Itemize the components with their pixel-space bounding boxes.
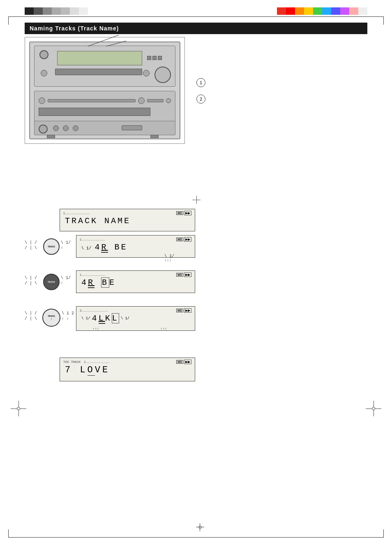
dev-foot-circles xyxy=(53,125,78,131)
display-1-top-row: 1............................... MD ▶▶ xyxy=(60,209,195,215)
display-4-cursor-indicator-right: \ 1/ xyxy=(121,316,130,321)
crosshair-v2 xyxy=(18,410,19,416)
display-4-track-knob: TRACK ↑ xyxy=(42,309,60,327)
bottom-right-margin xyxy=(383,529,384,538)
display-4-md-badge: MD xyxy=(176,309,183,312)
ctrl-slider xyxy=(48,99,136,102)
device-foot xyxy=(34,121,175,135)
ctrl-slider2 xyxy=(147,99,164,102)
display-3-left-arrows: \ | / / | \ xyxy=(25,275,37,286)
display-5-top-row: TOC TRACK 1.............................… xyxy=(60,358,195,364)
device-illustration-container xyxy=(25,37,185,144)
display-3-dot-line: 1.............................. xyxy=(80,273,176,276)
dev-foot-knob xyxy=(39,125,48,134)
device-controls-row xyxy=(39,95,171,106)
display-2-main-text: 4R BE xyxy=(95,242,127,253)
top-bar-left xyxy=(25,7,88,15)
display-5-md-badge: MD xyxy=(176,360,183,364)
display-4-knob-right: \ 1 2 ↑ ↑ xyxy=(62,311,74,322)
device-bottom-section xyxy=(34,91,175,124)
display-3-top-row: 1.............................. MD ▶▶ xyxy=(76,271,195,277)
display-2-top-row: 1.............................. MD ▶▶ xyxy=(76,235,195,242)
bottom-left-margin xyxy=(8,529,9,538)
display-4-main-row: \ 1/ 4LKL \ 1/ xyxy=(76,313,195,323)
display-3-main-text: 4R BE xyxy=(81,277,116,288)
left-crosshair xyxy=(11,401,26,416)
crosshair-h xyxy=(11,409,17,409)
device-buttons xyxy=(147,52,168,64)
display-2-main-text-wrap: \ 1/ 4R BE xyxy=(76,242,195,253)
bar-seg-1 xyxy=(25,7,34,15)
crosshair-h2 xyxy=(20,409,26,409)
annotation-circle-1: 1 xyxy=(196,78,205,87)
display-5-track-label: TRACK xyxy=(71,360,81,363)
display-2-md-badge: MD xyxy=(176,238,183,241)
bar-seg-r6 xyxy=(322,7,331,15)
display-5-toc-label: TOC xyxy=(63,360,69,363)
display-2-cassette: ▶▶ xyxy=(184,237,191,242)
display-3: 1.............................. MD ▶▶ 4R… xyxy=(76,270,195,293)
right-crosshair xyxy=(366,401,381,416)
ctrl-circle-1 xyxy=(39,97,45,104)
dev-small-knob2 xyxy=(143,70,150,76)
display-4-bottom-left-arrows: ↑↑↑ xyxy=(92,327,99,331)
display-1: 1............................... MD ▶▶ T… xyxy=(60,209,195,231)
bar-seg-r3 xyxy=(295,7,304,15)
annotation-circle-2: 2 xyxy=(196,95,205,104)
bar-seg-6 xyxy=(70,7,79,15)
display-2-dot-line: 1.............................. xyxy=(80,238,176,241)
dev-tape-slot xyxy=(55,69,142,75)
dev-dial xyxy=(154,67,171,83)
display-4-left-arrows: \ | / / | \ xyxy=(25,311,37,321)
dev-btn-2 xyxy=(152,56,157,60)
dev-btn-3 xyxy=(158,56,162,60)
display-3-cassette: ▶▶ xyxy=(184,272,191,277)
crosshair2-v xyxy=(374,401,374,407)
display-1-main-text: TRACK NAME xyxy=(60,215,195,226)
display-2-bottom-right-arrows: \ 1/ ↑↑↑ xyxy=(164,254,174,263)
display-5-dot-line: 1.............................. xyxy=(84,360,176,363)
device-lcd xyxy=(57,51,142,65)
display-2-left-arrows: \ | / / | \ xyxy=(25,240,37,251)
ctrl-circle-2 xyxy=(138,97,145,104)
top-left-margin xyxy=(8,16,9,25)
dev-leg-right xyxy=(150,135,159,138)
display-4-cursor-indicator: \ 1/ xyxy=(81,316,90,321)
crosshair2-v2 xyxy=(374,410,374,416)
bar-seg-r7 xyxy=(331,7,340,15)
display-2-knob-right-arrows: \ 1/ ↑ xyxy=(61,240,71,251)
display-5-main-text: 7 LOVE xyxy=(60,364,195,376)
bottom-center-crosshair xyxy=(196,523,204,531)
crosshair2-h xyxy=(366,409,372,409)
crosshair-v xyxy=(18,401,19,407)
bar-seg-r1 xyxy=(277,7,286,15)
bar-seg-2 xyxy=(34,7,43,15)
bar-seg-3 xyxy=(43,7,52,15)
bar-seg-r8 xyxy=(340,7,349,15)
dev-small-knob xyxy=(41,70,47,76)
display-4-dot-line: 2................................. xyxy=(80,309,176,312)
bar-seg-7 xyxy=(79,7,88,15)
knob-label: TRACK xyxy=(48,245,55,248)
display-5-cassette: ▶▶ xyxy=(184,360,191,364)
display-2-cursor-arrows: \ 1/ xyxy=(81,246,91,251)
display-1-cassette-icon: ▶▶ xyxy=(184,211,191,215)
display-3-track-knob: TRACK xyxy=(43,274,60,290)
display-3-right-arrows: \ 1/ ↑ xyxy=(61,275,71,286)
crosshair2-circle xyxy=(372,407,375,410)
crosshair-circle xyxy=(17,407,20,410)
dev-btn-1 xyxy=(147,56,151,60)
display-1-dot-line: 1............................... xyxy=(63,212,176,215)
display-3-main-text-wrap: 4R BE xyxy=(76,277,195,288)
bar-seg-r9 xyxy=(349,7,358,15)
top-bar-right xyxy=(277,7,367,15)
bar-seg-r5 xyxy=(313,7,322,15)
dev-md-slot xyxy=(39,108,150,116)
top-rule xyxy=(8,16,384,17)
section-header: Naming Tracks (Track Name) xyxy=(25,23,367,34)
bar-seg-5 xyxy=(61,7,70,15)
display-1-md-badge: MD xyxy=(176,211,183,215)
dev-pointer-line xyxy=(88,35,119,47)
annotation-1-label: 1 xyxy=(200,80,202,85)
crosshair-center xyxy=(192,196,201,204)
